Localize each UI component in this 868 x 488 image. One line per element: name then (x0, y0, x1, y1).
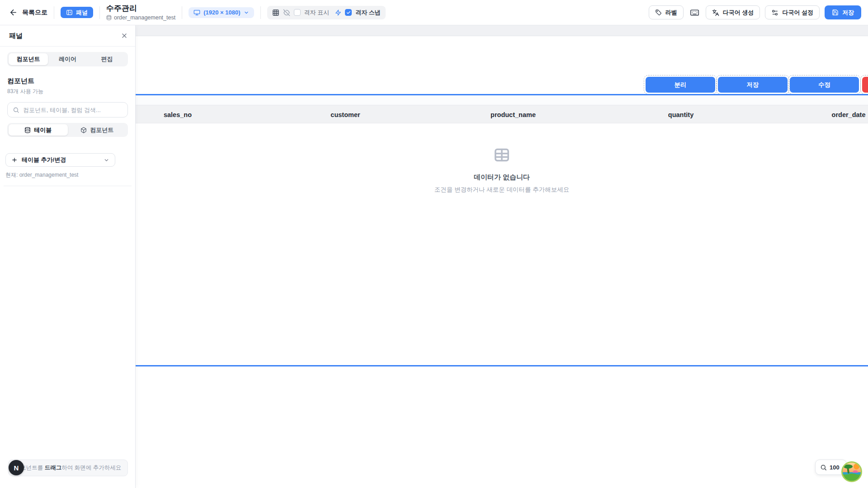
translate-icon (712, 9, 719, 16)
eye-off-icon (283, 9, 290, 16)
tab-layers[interactable]: 레이어 (48, 53, 87, 65)
component-search[interactable] (7, 102, 128, 117)
label-button-text: 라벨 (665, 9, 677, 17)
top-toolbar: 목록으로 패널 수주관리 order_management_test (1920 (0, 0, 868, 25)
keyboard-shortcuts-button[interactable] (689, 8, 701, 17)
drag-hint-bold: 드래그 (45, 465, 62, 471)
selection-outline[interactable]: 저장 (716, 75, 789, 94)
close-icon (121, 32, 128, 39)
resolution-select[interactable]: (868 × 488) (189, 7, 254, 18)
grid-show-checkbox[interactable] (294, 9, 301, 16)
palm-leaves-shape (844, 465, 853, 469)
search-icon (13, 107, 19, 113)
lightning-icon (335, 9, 341, 16)
components-available-count: 83개 사용 가능 (7, 88, 128, 95)
selection-outline[interactable]: 분리 (644, 75, 717, 94)
current-table-label: 현재: order_management_test (5, 171, 135, 179)
empty-state-title: 데이터가 없습니다 (366, 173, 637, 182)
i18n-settings-label: 다국어 설정 (782, 9, 813, 17)
column-header-customer[interactable]: customer (330, 105, 360, 124)
database-icon (106, 15, 112, 20)
canvas-button-separate[interactable]: 분리 (646, 77, 715, 93)
i18n-generate-label: 다국어 생성 (723, 9, 754, 17)
database-icon (24, 127, 31, 133)
save-button-label: 저장 (842, 9, 854, 17)
box-icon (80, 127, 87, 133)
panel-toggle-label: 패널 (76, 9, 88, 17)
tab-edit[interactable]: 편집 (87, 53, 127, 65)
column-header-quantity[interactable]: quantity (668, 105, 693, 124)
table-grid-icon (493, 146, 511, 164)
grid-snap-label: 격자 스냅 (355, 9, 381, 17)
add-change-table-dropdown[interactable]: 테이블 추가/변경 (5, 153, 115, 167)
tab-components[interactable]: 컴포넌트 (9, 53, 48, 65)
source-type-switch: 테이블 컴포넌트 (7, 123, 128, 137)
workspace-top-strip (136, 25, 868, 36)
grid-selection-bottom-border (136, 365, 868, 366)
grid-component-padding (136, 95, 868, 105)
component-panel: 패널 컴포넌트 레이어 편집 컴포넌트 83개 사용 가능 (0, 25, 136, 488)
source-tab-component-label: 컴포넌트 (90, 126, 113, 134)
island-emoji-badge (841, 461, 862, 482)
canvas-button-danger[interactable] (862, 77, 868, 93)
panel-toggle-button[interactable]: 패널 (61, 7, 93, 18)
grid-snap-checkbox[interactable] (345, 9, 352, 16)
keyboard-icon (690, 8, 699, 17)
empty-state-subtitle: 조건을 변경하거나 새로운 데이터를 추가해보세요 (366, 186, 637, 194)
toolbar-divider (54, 6, 54, 19)
settings-sliders-icon (771, 9, 778, 16)
tag-icon (655, 9, 662, 16)
page-title-block: 수주관리 order_management_test (106, 4, 175, 21)
chevron-down-icon (104, 157, 109, 163)
column-header-sales-no[interactable]: sales_no (164, 105, 192, 124)
panel-left-icon (66, 9, 73, 16)
search-input[interactable] (23, 107, 123, 113)
source-tab-component[interactable]: 컴포넌트 (68, 124, 127, 136)
drag-hint-suffix: 하여 화면에 추가하세요 (61, 465, 121, 471)
grid-empty-state: 데이터가 없습니다 조건을 변경하거나 새로운 데이터를 추가해보세요 (366, 146, 637, 194)
i18n-generate-button[interactable]: 다국어 생성 (706, 5, 760, 19)
data-grid-header[interactable]: sales_no customer product_name quantity … (136, 105, 868, 123)
toolbar-divider (260, 6, 261, 19)
monitor-icon (193, 9, 200, 16)
zoom-level-value: 100 (830, 464, 840, 471)
toolbar-divider (99, 6, 100, 19)
back-to-list-label: 목록으로 (22, 9, 47, 17)
panel-tab-bar: 컴포넌트 레이어 편집 (7, 52, 128, 66)
app-window: 목록으로 패널 수주관리 order_management_test (1920 (0, 0, 868, 488)
source-tab-table-label: 테이블 (34, 126, 52, 134)
canvas-button-save[interactable]: 저장 (718, 77, 788, 93)
column-header-order-date[interactable]: order_date (832, 105, 866, 124)
save-icon (832, 9, 839, 16)
panel-title: 패널 (9, 32, 23, 40)
source-tab-table[interactable]: 테이블 (9, 124, 68, 136)
selection-outline[interactable]: 수정 (788, 75, 861, 94)
magnifier-icon (820, 464, 827, 471)
page-title: 수주관리 (106, 4, 175, 13)
umbrella-shape (853, 470, 858, 473)
toolbar-divider (182, 6, 182, 19)
selection-outline[interactable] (860, 75, 868, 94)
arrow-left-icon (9, 8, 18, 17)
save-button[interactable]: 저장 (825, 5, 861, 19)
cursor-avatar-badge: N (9, 460, 24, 475)
canvas-button-edit[interactable]: 수정 (790, 77, 859, 93)
panel-divider (4, 186, 132, 186)
column-header-product-name[interactable]: product_name (491, 105, 536, 124)
grid-options-group: 격자 표시 격자 스냅 (267, 6, 386, 19)
design-canvas[interactable]: 분리 저장 수정 sales_no customer product_name … (136, 36, 868, 488)
grid-icon (272, 9, 279, 16)
i18n-settings-button[interactable]: 다국어 설정 (765, 5, 820, 19)
bound-table-name: order_management_test (114, 14, 175, 21)
panel-close-button[interactable] (121, 32, 128, 39)
chevron-down-icon (244, 10, 249, 15)
resolution-value: (868 × 488) (203, 9, 240, 16)
components-section-title: 컴포넌트 (7, 77, 128, 85)
label-button[interactable]: 라벨 (649, 5, 684, 19)
grid-show-label: 격자 표시 (304, 9, 330, 17)
back-to-list-button[interactable]: 목록으로 (9, 8, 47, 17)
sun-shape (854, 464, 859, 469)
add-change-table-label: 테이블 추가/변경 (22, 156, 66, 164)
plus-icon (11, 157, 18, 163)
panel-header: 패널 (0, 25, 135, 47)
